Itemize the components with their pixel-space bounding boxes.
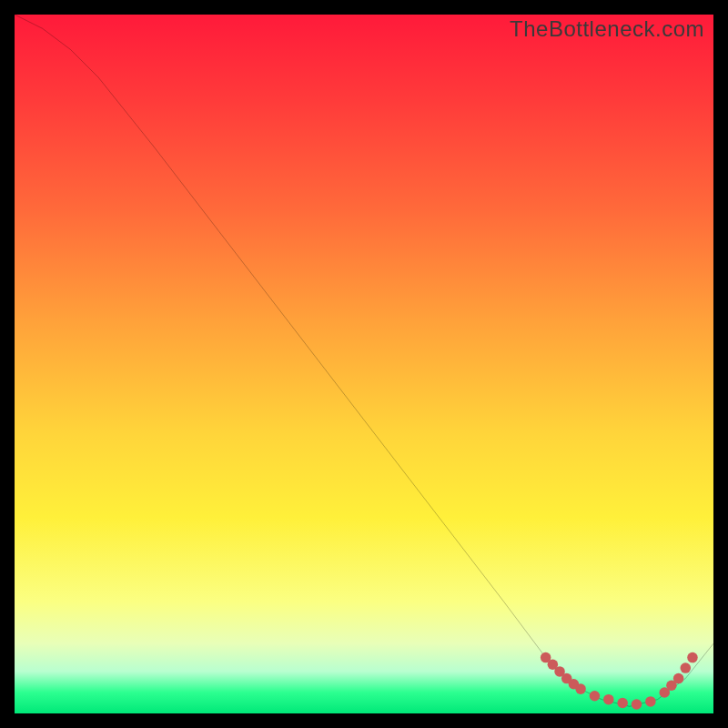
marker-group (541, 652, 698, 710)
marker-dot (681, 662, 692, 673)
curve-path (15, 15, 713, 706)
marker-dot (617, 698, 628, 709)
chart-frame: TheBottleneck.com (0, 0, 728, 728)
marker-dot (645, 696, 656, 707)
line-chart-svg (15, 15, 713, 713)
marker-dot (590, 691, 601, 702)
marker-dot (687, 652, 698, 663)
marker-dot (603, 694, 614, 705)
marker-dot (632, 699, 642, 710)
marker-dot (673, 673, 684, 684)
marker-dot (575, 683, 586, 694)
plot-area: TheBottleneck.com (15, 15, 713, 713)
